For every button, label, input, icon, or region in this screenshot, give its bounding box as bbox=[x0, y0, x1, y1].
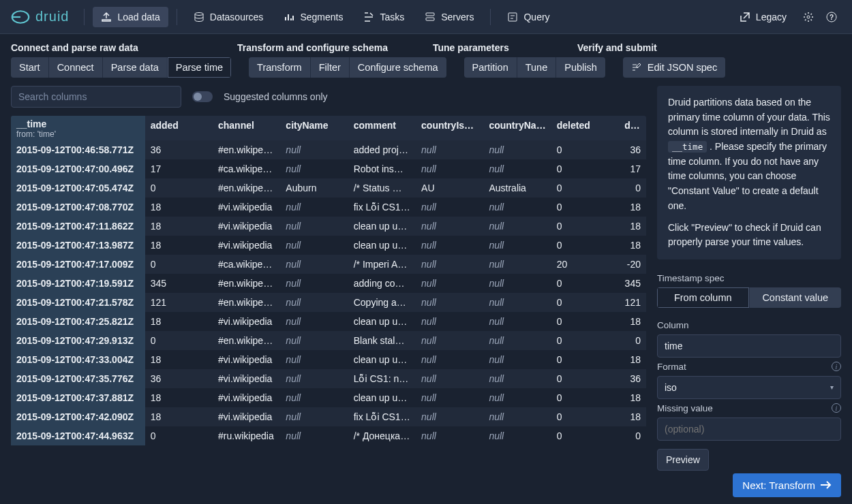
step-connect[interactable]: Connect bbox=[48, 57, 102, 78]
cell-time: 2015-09-12T00:47:44.963Z bbox=[11, 426, 145, 445]
nav-legacy[interactable]: Legacy bbox=[731, 7, 795, 27]
tab-from-column[interactable]: From column bbox=[657, 287, 749, 308]
step-parse-data[interactable]: Parse data bbox=[102, 57, 167, 78]
cell: null bbox=[416, 312, 483, 331]
column-input[interactable] bbox=[657, 334, 841, 358]
druid-logo[interactable]: druid bbox=[11, 7, 69, 27]
tab-constant-value[interactable]: Constant value bbox=[749, 287, 842, 308]
cell: null bbox=[280, 350, 348, 369]
step-publish[interactable]: Publish bbox=[556, 57, 605, 78]
nav-query[interactable]: Query bbox=[499, 7, 558, 27]
suggested-columns-label: Suggested columns only bbox=[224, 91, 328, 102]
cell-time: 2015-09-12T00:47:00.496Z bbox=[11, 159, 145, 178]
search-columns-input[interactable] bbox=[11, 86, 181, 108]
cell-time: 2015-09-12T00:47:33.004Z bbox=[11, 350, 145, 369]
col-countryIsoCode[interactable]: countryIsoCo bbox=[416, 116, 483, 140]
cell: 0 bbox=[619, 426, 646, 445]
missing-field-label: Missing value i bbox=[657, 403, 841, 413]
table-row: 2015-09-12T00:47:00.496Z17#ca.wikipedian… bbox=[11, 159, 646, 178]
cell: 0 bbox=[145, 426, 213, 445]
cell: null bbox=[280, 159, 348, 178]
cell: #vi.wikipedia bbox=[213, 217, 280, 236]
cell: 0 bbox=[551, 274, 619, 293]
cell: null bbox=[483, 350, 551, 369]
cell: 17 bbox=[619, 159, 646, 178]
cell: #ca.wikipedia bbox=[213, 255, 280, 274]
cell: null bbox=[280, 426, 348, 445]
cell-comment: clean up usi… bbox=[348, 350, 416, 369]
col-deleted[interactable]: deleted bbox=[551, 116, 619, 140]
preview-button[interactable]: Preview bbox=[657, 449, 709, 471]
table-row: 2015-09-12T00:46:58.771Z36#en.wikipedian… bbox=[11, 140, 646, 159]
cell: null bbox=[483, 140, 551, 159]
servers-icon bbox=[425, 12, 436, 22]
nav-settings[interactable] bbox=[799, 7, 818, 27]
cell: #ru.wikipedia bbox=[213, 426, 280, 445]
step-start[interactable]: Start bbox=[11, 57, 48, 78]
missing-value-input[interactable] bbox=[657, 418, 841, 441]
table-row: 2015-09-12T00:47:33.004Z18#vi.wikipedian… bbox=[11, 350, 646, 369]
cell: #vi.wikipedia bbox=[213, 312, 280, 331]
cell: #vi.wikipedia bbox=[213, 407, 280, 426]
missing-label-text: Missing value bbox=[657, 403, 713, 413]
col-countryName[interactable]: countryName bbox=[483, 116, 551, 140]
format-label-text: Format bbox=[657, 362, 686, 372]
cell: null bbox=[483, 407, 551, 426]
nav-help[interactable]: ? bbox=[822, 7, 841, 27]
cell-time: 2015-09-12T00:47:35.776Z bbox=[11, 369, 145, 388]
cell: 36 bbox=[145, 369, 213, 388]
cell-comment: clean up usi… bbox=[348, 236, 416, 255]
cell: null bbox=[483, 312, 551, 331]
col-cityName[interactable]: cityName bbox=[280, 116, 348, 140]
database-icon bbox=[194, 12, 204, 22]
nav-segments[interactable]: Segments bbox=[275, 7, 351, 27]
step-edit-json[interactable]: Edit JSON spec bbox=[623, 57, 725, 78]
step-transform[interactable]: Transform bbox=[249, 57, 310, 78]
timestamp-spec-label: Timestamp spec bbox=[657, 273, 841, 283]
col-time[interactable]: __time from: 'time' bbox=[11, 116, 145, 140]
col-channel[interactable]: channel bbox=[213, 116, 280, 140]
col-comment[interactable]: comment bbox=[348, 116, 416, 140]
cell: null bbox=[416, 159, 483, 178]
cell: 36 bbox=[619, 140, 646, 159]
cell: #vi.wikipedia bbox=[213, 388, 280, 407]
cell: 0 bbox=[145, 178, 213, 198]
nav-load-data[interactable]: Load data bbox=[93, 7, 168, 27]
druid-logo-icon bbox=[11, 7, 30, 27]
cell: #ca.wikipedia bbox=[213, 159, 280, 178]
nav-tasks[interactable]: Tasks bbox=[355, 7, 412, 27]
column-field-label: Column bbox=[657, 320, 841, 330]
table-row: 2015-09-12T00:47:19.591Z345#en.wikipedia… bbox=[11, 274, 646, 293]
step-tune[interactable]: Tune bbox=[517, 57, 556, 78]
info-icon[interactable]: i bbox=[832, 362, 841, 371]
cell: 18 bbox=[145, 350, 213, 369]
cell: 18 bbox=[619, 407, 646, 426]
cell: null bbox=[280, 312, 348, 331]
cell: 36 bbox=[145, 140, 213, 159]
info-icon[interactable]: i bbox=[832, 403, 841, 413]
cell: 0 bbox=[551, 236, 619, 255]
col-delta[interactable]: delt bbox=[619, 116, 646, 140]
step-filter[interactable]: Filter bbox=[310, 57, 349, 78]
cell-comment: /* Status … ••• bbox=[348, 178, 416, 198]
cell: 18 bbox=[619, 388, 646, 407]
cell: 18 bbox=[145, 312, 213, 331]
suggested-columns-toggle[interactable] bbox=[192, 91, 213, 102]
upload-icon bbox=[101, 12, 112, 22]
cell-comment: /* Imperi Aus… bbox=[348, 255, 416, 274]
format-select[interactable]: iso ▾ bbox=[657, 376, 841, 399]
col-added[interactable]: added bbox=[145, 116, 213, 140]
step-partition[interactable]: Partition bbox=[464, 57, 517, 78]
svg-rect-4 bbox=[508, 13, 517, 21]
nav-divider bbox=[490, 9, 491, 25]
next-button[interactable]: Next: Transform bbox=[733, 473, 841, 497]
cell: null bbox=[416, 369, 483, 388]
step-configure-schema[interactable]: Configure schema bbox=[349, 57, 446, 78]
nav-datasources[interactable]: Datasources bbox=[185, 7, 272, 27]
nav-servers[interactable]: Servers bbox=[416, 7, 482, 27]
cell: #en.wikipedia bbox=[213, 274, 280, 293]
cell-time: 2015-09-12T00:47:25.821Z bbox=[11, 312, 145, 331]
table-row: 2015-09-12T00:47:44.963Z0#ru.wikipedianu… bbox=[11, 426, 646, 445]
cell: 0 bbox=[551, 217, 619, 236]
step-parse-time[interactable]: Parse time bbox=[167, 57, 231, 78]
